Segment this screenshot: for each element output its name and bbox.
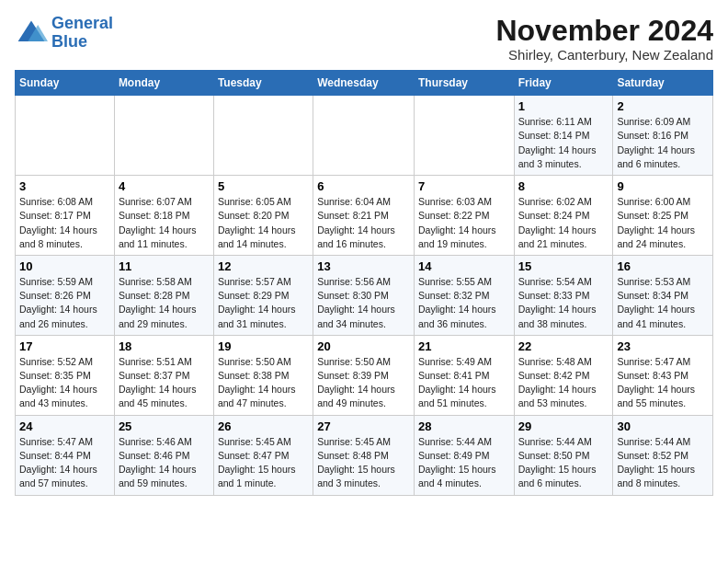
day-info: Sunrise: 5:46 AM Sunset: 8:46 PM Dayligh… [119, 435, 210, 491]
day-info: Sunrise: 5:51 AM Sunset: 8:37 PM Dayligh… [119, 355, 210, 411]
day-number: 29 [518, 419, 609, 433]
day-info: Sunrise: 6:08 AM Sunset: 8:17 PM Dayligh… [19, 195, 110, 251]
day-cell: 9Sunrise: 6:00 AM Sunset: 8:25 PM Daylig… [613, 176, 713, 256]
day-number: 23 [617, 339, 709, 353]
day-info: Sunrise: 6:05 AM Sunset: 8:20 PM Dayligh… [218, 195, 309, 251]
day-cell: 22Sunrise: 5:48 AM Sunset: 8:42 PM Dayli… [514, 335, 613, 415]
day-number: 6 [317, 179, 410, 193]
day-number: 5 [218, 179, 309, 193]
day-info: Sunrise: 5:47 AM Sunset: 8:43 PM Dayligh… [617, 355, 709, 411]
calendar-body: 1Sunrise: 6:11 AM Sunset: 8:14 PM Daylig… [16, 96, 713, 495]
day-number: 20 [317, 339, 410, 353]
day-cell: 10Sunrise: 5:59 AM Sunset: 8:26 PM Dayli… [16, 255, 115, 335]
header-cell-tuesday: Tuesday [213, 71, 313, 96]
day-number: 2 [617, 99, 709, 113]
day-info: Sunrise: 5:48 AM Sunset: 8:42 PM Dayligh… [518, 355, 609, 411]
day-cell: 29Sunrise: 5:44 AM Sunset: 8:50 PM Dayli… [514, 415, 613, 495]
day-info: Sunrise: 6:04 AM Sunset: 8:21 PM Dayligh… [317, 195, 410, 251]
day-number: 1 [518, 99, 609, 113]
week-row-4: 17Sunrise: 5:52 AM Sunset: 8:35 PM Dayli… [16, 335, 713, 415]
day-cell: 16Sunrise: 5:53 AM Sunset: 8:34 PM Dayli… [613, 255, 713, 335]
day-info: Sunrise: 5:47 AM Sunset: 8:44 PM Dayligh… [19, 435, 110, 491]
day-info: Sunrise: 5:50 AM Sunset: 8:38 PM Dayligh… [218, 355, 309, 411]
logo-line2: Blue [51, 32, 87, 51]
day-cell: 7Sunrise: 6:03 AM Sunset: 8:22 PM Daylig… [414, 176, 514, 256]
header-cell-friday: Friday [514, 71, 613, 96]
week-row-3: 10Sunrise: 5:59 AM Sunset: 8:26 PM Dayli… [16, 255, 713, 335]
day-cell: 1Sunrise: 6:11 AM Sunset: 8:14 PM Daylig… [514, 96, 613, 176]
calendar-header: SundayMondayTuesdayWednesdayThursdayFrid… [16, 71, 713, 96]
day-number: 22 [518, 339, 609, 353]
day-cell [16, 96, 115, 176]
header-cell-monday: Monday [114, 71, 213, 96]
subtitle: Shirley, Canterbury, New Zealand [495, 47, 713, 63]
day-cell: 3Sunrise: 6:08 AM Sunset: 8:17 PM Daylig… [16, 176, 115, 256]
day-info: Sunrise: 6:09 AM Sunset: 8:16 PM Dayligh… [617, 115, 709, 171]
logo-icon [15, 17, 48, 50]
day-number: 17 [19, 339, 110, 353]
main-title: November 2024 [495, 15, 713, 47]
day-cell [213, 96, 313, 176]
day-cell: 11Sunrise: 5:58 AM Sunset: 8:28 PM Dayli… [114, 255, 213, 335]
day-number: 8 [518, 179, 609, 193]
day-cell: 6Sunrise: 6:04 AM Sunset: 8:21 PM Daylig… [313, 176, 415, 256]
week-row-5: 24Sunrise: 5:47 AM Sunset: 8:44 PM Dayli… [16, 415, 713, 495]
day-info: Sunrise: 5:59 AM Sunset: 8:26 PM Dayligh… [19, 275, 110, 331]
day-cell [313, 96, 415, 176]
day-number: 9 [617, 179, 709, 193]
day-number: 15 [518, 259, 609, 273]
day-number: 4 [119, 179, 210, 193]
day-info: Sunrise: 5:44 AM Sunset: 8:49 PM Dayligh… [418, 435, 510, 491]
header: General Blue November 2024 Shirley, Cant… [15, 15, 713, 63]
day-cell [114, 96, 213, 176]
day-cell: 2Sunrise: 6:09 AM Sunset: 8:16 PM Daylig… [613, 96, 713, 176]
day-cell: 8Sunrise: 6:02 AM Sunset: 8:24 PM Daylig… [514, 176, 613, 256]
day-number: 24 [19, 419, 110, 433]
day-info: Sunrise: 5:50 AM Sunset: 8:39 PM Dayligh… [317, 355, 410, 411]
day-info: Sunrise: 5:55 AM Sunset: 8:32 PM Dayligh… [418, 275, 510, 331]
day-cell: 20Sunrise: 5:50 AM Sunset: 8:39 PM Dayli… [313, 335, 415, 415]
day-info: Sunrise: 5:56 AM Sunset: 8:30 PM Dayligh… [317, 275, 410, 331]
day-info: Sunrise: 5:53 AM Sunset: 8:34 PM Dayligh… [617, 275, 709, 331]
header-cell-saturday: Saturday [613, 71, 713, 96]
day-cell: 23Sunrise: 5:47 AM Sunset: 8:43 PM Dayli… [613, 335, 713, 415]
day-number: 25 [119, 419, 210, 433]
day-number: 18 [119, 339, 210, 353]
day-info: Sunrise: 5:45 AM Sunset: 8:48 PM Dayligh… [317, 435, 410, 491]
day-cell: 13Sunrise: 5:56 AM Sunset: 8:30 PM Dayli… [313, 255, 415, 335]
day-number: 21 [418, 339, 510, 353]
day-info: Sunrise: 5:58 AM Sunset: 8:28 PM Dayligh… [119, 275, 210, 331]
day-number: 30 [617, 419, 709, 433]
header-cell-wednesday: Wednesday [313, 71, 415, 96]
day-cell: 21Sunrise: 5:49 AM Sunset: 8:41 PM Dayli… [414, 335, 514, 415]
week-row-1: 1Sunrise: 6:11 AM Sunset: 8:14 PM Daylig… [16, 96, 713, 176]
day-info: Sunrise: 5:44 AM Sunset: 8:52 PM Dayligh… [617, 435, 709, 491]
day-info: Sunrise: 5:54 AM Sunset: 8:33 PM Dayligh… [518, 275, 609, 331]
header-row: SundayMondayTuesdayWednesdayThursdayFrid… [16, 71, 713, 96]
day-info: Sunrise: 5:49 AM Sunset: 8:41 PM Dayligh… [418, 355, 510, 411]
day-info: Sunrise: 6:07 AM Sunset: 8:18 PM Dayligh… [119, 195, 210, 251]
day-cell: 28Sunrise: 5:44 AM Sunset: 8:49 PM Dayli… [414, 415, 514, 495]
day-info: Sunrise: 6:03 AM Sunset: 8:22 PM Dayligh… [418, 195, 510, 251]
day-info: Sunrise: 5:44 AM Sunset: 8:50 PM Dayligh… [518, 435, 609, 491]
day-number: 3 [19, 179, 110, 193]
day-info: Sunrise: 5:57 AM Sunset: 8:29 PM Dayligh… [218, 275, 309, 331]
day-info: Sunrise: 6:02 AM Sunset: 8:24 PM Dayligh… [518, 195, 609, 251]
day-cell: 12Sunrise: 5:57 AM Sunset: 8:29 PM Dayli… [213, 255, 313, 335]
day-cell: 27Sunrise: 5:45 AM Sunset: 8:48 PM Dayli… [313, 415, 415, 495]
day-number: 14 [418, 259, 510, 273]
day-number: 16 [617, 259, 709, 273]
day-cell: 26Sunrise: 5:45 AM Sunset: 8:47 PM Dayli… [213, 415, 313, 495]
day-info: Sunrise: 6:00 AM Sunset: 8:25 PM Dayligh… [617, 195, 709, 251]
title-block: November 2024 Shirley, Canterbury, New Z… [495, 15, 713, 63]
day-cell: 30Sunrise: 5:44 AM Sunset: 8:52 PM Dayli… [613, 415, 713, 495]
day-number: 12 [218, 259, 309, 273]
day-number: 19 [218, 339, 309, 353]
logo: General Blue [15, 15, 113, 52]
day-cell: 15Sunrise: 5:54 AM Sunset: 8:33 PM Dayli… [514, 255, 613, 335]
day-number: 7 [418, 179, 510, 193]
day-number: 26 [218, 419, 309, 433]
day-cell: 25Sunrise: 5:46 AM Sunset: 8:46 PM Dayli… [114, 415, 213, 495]
day-cell: 14Sunrise: 5:55 AM Sunset: 8:32 PM Dayli… [414, 255, 514, 335]
day-number: 11 [119, 259, 210, 273]
